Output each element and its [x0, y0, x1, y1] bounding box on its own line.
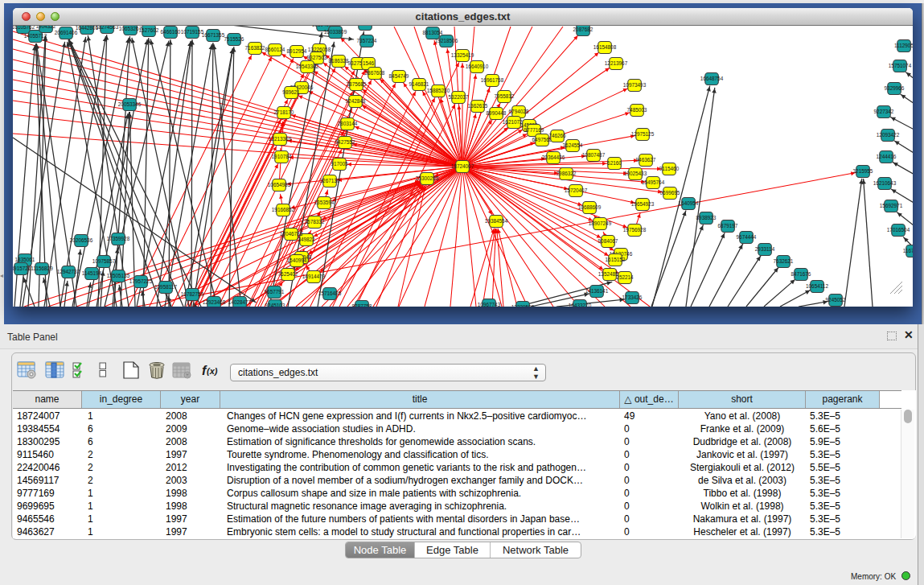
svg-text:12213369: 12213369	[269, 136, 292, 142]
svg-text:9427552: 9427552	[335, 139, 355, 145]
svg-text:9245103: 9245103	[265, 303, 285, 307]
svg-text:16033809: 16033809	[324, 29, 347, 35]
svg-text:16210643: 16210643	[873, 180, 897, 186]
svg-text:14136141: 14136141	[585, 288, 609, 294]
svg-text:8660124: 8660124	[265, 47, 285, 52]
svg-text:15716485: 15716485	[318, 290, 342, 296]
svg-text:1353594: 1353594	[314, 200, 335, 205]
svg-text:7986322: 7986322	[556, 171, 577, 176]
svg-text:10967743: 10967743	[478, 302, 501, 307]
svg-text:9242848: 9242848	[346, 98, 366, 104]
svg-text:746266: 746266	[548, 133, 566, 138]
svg-text:10807487: 10807487	[582, 152, 606, 158]
svg-text:1546: 1546	[363, 60, 375, 66]
svg-text:3875685: 3875685	[347, 81, 367, 87]
svg-text:1835061: 1835061	[15, 257, 35, 262]
svg-text:2718170: 2718170	[274, 109, 294, 115]
svg-text:1112905: 1112905	[894, 43, 913, 48]
svg-text:2933114: 2933114	[755, 246, 775, 252]
svg-text:7632621: 7632621	[774, 258, 794, 264]
svg-text:7163822: 7163822	[245, 45, 265, 51]
svg-text:(x): (x)	[207, 366, 218, 376]
svg-text:16782759: 16782759	[181, 291, 204, 297]
svg-text:3215955: 3215955	[853, 168, 873, 174]
svg-text:10025433: 10025433	[624, 171, 647, 176]
svg-text:1733426: 1733426	[622, 295, 643, 300]
svg-text:25300295: 25300295	[416, 175, 439, 181]
svg-text:20053346: 20053346	[118, 101, 142, 107]
svg-text:9777169: 9777169	[524, 127, 544, 133]
svg-text:17957225: 17957225	[129, 278, 153, 284]
svg-text:10688609: 10688609	[578, 204, 602, 210]
svg-text:9463627: 9463627	[636, 157, 656, 163]
svg-text:1910784: 1910784	[272, 154, 292, 159]
svg-text:15692971: 15692971	[880, 203, 903, 208]
svg-text:349822: 349822	[298, 237, 315, 242]
svg-text:5322037: 5322037	[449, 94, 469, 100]
svg-text:13330509: 13330509	[511, 304, 535, 307]
svg-text:16671355: 16671355	[202, 32, 225, 38]
svg-text:14028477: 14028477	[228, 299, 252, 305]
svg-text:9245052: 9245052	[826, 297, 846, 303]
svg-text:1904322: 1904322	[36, 26, 56, 29]
svg-text:8454749: 8454749	[389, 73, 409, 79]
svg-text:1640954: 1640954	[679, 200, 699, 206]
svg-text:16433270: 16433270	[569, 303, 592, 307]
svg-text:12942737: 12942737	[57, 269, 80, 274]
svg-text:2803144: 2803144	[338, 121, 358, 126]
svg-text:12975125: 12975125	[631, 131, 655, 137]
svg-text:9115460: 9115460	[659, 166, 680, 171]
svg-text:16154808: 16154808	[593, 44, 617, 50]
svg-text:19384554: 19384554	[485, 218, 508, 224]
svg-text:15885230: 15885230	[427, 88, 450, 93]
svg-text:17359928: 17359928	[107, 236, 130, 241]
svg-text:10719155: 10719155	[181, 29, 204, 35]
svg-text:0699695: 0699695	[660, 190, 680, 196]
svg-text:989621: 989621	[282, 89, 300, 95]
svg-text:15495764: 15495764	[642, 179, 665, 185]
svg-text:3624554: 3624554	[563, 142, 583, 148]
svg-text:8787758: 8787758	[352, 303, 372, 307]
svg-text:12505135: 12505135	[107, 273, 130, 278]
svg-text:6466160: 6466160	[161, 29, 181, 35]
svg-text:8471676: 8471676	[791, 271, 811, 277]
svg-text:16105762: 16105762	[13, 26, 35, 30]
svg-text:12093422: 12093422	[877, 132, 900, 138]
svg-text:7515526: 7515526	[224, 36, 244, 42]
svg-text:14055712: 14055712	[24, 33, 47, 39]
svg-text:10958117: 10958117	[154, 284, 177, 290]
svg-text:19654923: 19654923	[631, 201, 655, 207]
svg-text:20364436: 20364436	[542, 154, 565, 160]
svg-text:7625402: 7625402	[278, 271, 298, 277]
svg-text:917005: 917005	[331, 161, 348, 167]
svg-text:10973493: 10973493	[623, 82, 647, 88]
svg-text:3915721: 3915721	[13, 266, 31, 271]
svg-text:7357224: 7357224	[357, 38, 377, 43]
svg-text:1145194: 1145194	[82, 270, 102, 276]
svg-text:11156829: 11156829	[31, 266, 53, 271]
svg-text:3578332: 3578332	[305, 219, 325, 225]
svg-text:1362615: 1362615	[468, 103, 488, 109]
svg-text:1244416: 1244416	[877, 154, 897, 159]
svg-text:9329966: 9329966	[885, 85, 905, 91]
svg-text:18907249: 18907249	[589, 220, 612, 226]
svg-text:17016504: 17016504	[887, 227, 910, 233]
svg-text:9084067: 9084067	[598, 238, 618, 244]
svg-text:6794028: 6794028	[509, 109, 529, 114]
svg-text:8938923: 8938923	[696, 215, 717, 220]
svg-text:19166852: 19166852	[272, 207, 295, 212]
svg-text:9227342: 9227342	[874, 109, 894, 114]
svg-text:1527602: 1527602	[139, 27, 159, 33]
svg-text:10654985: 10654985	[268, 182, 291, 187]
svg-text:8813054: 8813054	[423, 30, 443, 35]
svg-text:17046783: 17046783	[280, 231, 303, 237]
svg-text:9657791: 9657791	[265, 289, 285, 295]
svg-text:16640910: 16640910	[466, 64, 489, 69]
svg-text:252214: 252214	[616, 274, 634, 280]
svg-text:8912954: 8912954	[287, 48, 307, 54]
svg-text:10654112: 10654112	[806, 283, 828, 289]
svg-text:8186328: 8186328	[329, 58, 349, 64]
svg-text:7955812: 7955812	[495, 93, 515, 99]
svg-text:1615152: 1615152	[606, 257, 626, 262]
svg-text:12923468: 12923468	[203, 299, 226, 305]
